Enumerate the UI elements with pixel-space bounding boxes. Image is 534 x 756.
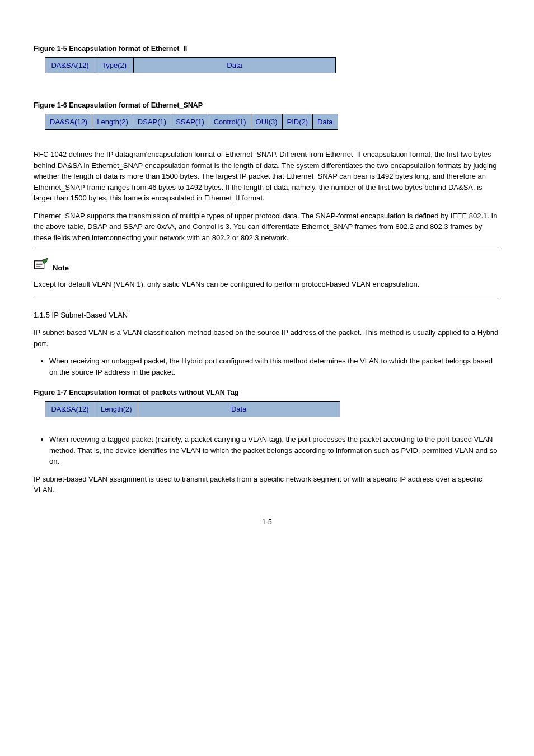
body-paragraph: RFC 1042 defines the IP datagram'encapsu… — [34, 149, 500, 204]
list-item: When receiving an untagged packet, the H… — [49, 356, 500, 377]
figure-1-5-diagram: DA&SA(12) Type(2) Data — [45, 57, 336, 73]
figure-1-7-diagram: DA&SA(12) Length(2) Data — [45, 401, 340, 417]
section-number: 1.1.5 — [34, 311, 52, 319]
frame-cell: Length(2) — [92, 114, 133, 130]
figure-caption-3: Figure 1-7 Encapsulation format of packe… — [34, 389, 500, 396]
note-block: Note Except for default VLAN (VLAN 1), o… — [34, 250, 500, 297]
frame-cell: OUI(3) — [251, 114, 282, 130]
note-label: Note — [53, 264, 69, 272]
figure-caption-1: Figure 1-5 Encapsulation format of Ether… — [34, 45, 500, 53]
body-paragraph: IP subnet-based VLAN is a VLAN classific… — [34, 327, 500, 349]
section-title-text: IP Subnet-Based VLAN — [52, 311, 128, 319]
frame-cell: DSAP(1) — [133, 114, 171, 130]
frame-cell: Data — [313, 114, 338, 130]
figure-1-6-diagram: DA&SA(12) Length(2) DSAP(1) SSAP(1) Cont… — [45, 114, 338, 130]
section-heading: 1.1.5 IP Subnet-Based VLAN — [34, 310, 500, 321]
frame-cell: Data — [138, 402, 340, 417]
frame-cell: Data — [134, 58, 336, 73]
figure-caption-2: Figure 1-6 Encapsulation format of Ether… — [34, 101, 500, 109]
frame-cell: Length(2) — [95, 402, 138, 417]
frame-cell: PID(2) — [282, 114, 313, 130]
frame-cell: Type(2) — [95, 58, 134, 73]
bullet-list: When receiving an untagged packet, the H… — [34, 356, 500, 377]
body-paragraph: Ethernet_SNAP supports the transmission … — [34, 211, 500, 244]
note-icon — [34, 258, 49, 272]
list-item: When receiving a tagged packet (namely, … — [49, 434, 500, 467]
frame-cell: SSAP(1) — [171, 114, 209, 130]
body-paragraph: IP subnet-based VLAN assignment is used … — [34, 474, 500, 496]
frame-cell: DA&SA(12) — [45, 114, 92, 130]
frame-cell: DA&SA(12) — [45, 402, 95, 417]
page-number: 1-5 — [34, 518, 500, 526]
divider — [34, 297, 500, 297]
frame-cell: Control(1) — [209, 114, 251, 130]
bullet-list: When receiving a tagged packet (namely, … — [34, 434, 500, 467]
divider — [34, 250, 500, 250]
note-text: Except for default VLAN (VLAN 1), only s… — [34, 279, 500, 290]
frame-cell: DA&SA(12) — [45, 58, 95, 73]
